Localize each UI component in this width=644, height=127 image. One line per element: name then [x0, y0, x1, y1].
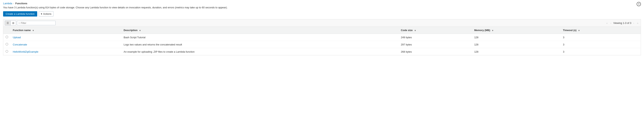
create-lambda-button[interactable]: Create a Lambda function — [3, 11, 37, 17]
table-controls-left: ☰ ⊞ ▿ — [5, 21, 56, 26]
actions-dropdown-arrow: ▾ — [41, 13, 42, 15]
col-label-function-name: Function name — [13, 29, 30, 32]
help-icon[interactable]: ? — [637, 2, 641, 6]
row-function-name-0: Upload — [10, 34, 121, 41]
row-memory-mb-0: 128 — [472, 34, 561, 41]
sort-icon-code-size: ▼ — [414, 29, 416, 32]
row-radio-2[interactable] — [6, 50, 8, 53]
table-body: Upload Bash Script Tutorial 249 bytes 12… — [3, 34, 641, 55]
row-radio-0[interactable] — [6, 36, 8, 38]
row-code-size-0: 249 bytes — [398, 34, 472, 41]
col-label-code-size: Code size — [401, 29, 413, 32]
row-function-name-2: HelloWorldZipExample — [10, 48, 121, 55]
function-name-link-0[interactable]: Upload — [13, 36, 21, 39]
col-header-timeout-s: Timeout (s) ▼ — [561, 27, 641, 34]
col-label-memory-mb: Memory (MB) — [474, 29, 490, 32]
grid-view-button[interactable]: ⊞ — [10, 21, 16, 25]
breadcrumb-lambda-link[interactable]: Lambda — [3, 2, 12, 5]
table-row: Upload Bash Script Tutorial 249 bytes 12… — [3, 34, 641, 41]
col-label-description: Description — [124, 29, 138, 32]
sort-icon-timeout-s: ▼ — [578, 29, 580, 32]
function-name-link-1[interactable]: Concatenate — [13, 43, 27, 46]
toolbar: Create a Lambda function ▾ Actions — [3, 11, 641, 17]
breadcrumb-current: Functions — [15, 2, 27, 5]
last-page-button[interactable]: » — [636, 21, 639, 25]
function-name-link-2[interactable]: HelloWorldZipExample — [13, 50, 38, 53]
grid-view-icon: ⊞ — [12, 22, 14, 25]
col-header-description: Description ▼ — [121, 27, 398, 34]
list-view-button[interactable]: ☰ — [5, 21, 10, 25]
first-page-button[interactable]: « — [606, 21, 608, 25]
pagination-text: Viewing 1-3 of 3 — [614, 22, 632, 25]
sort-icon-function-name: ▼ — [32, 29, 34, 32]
col-header-code-size: Code size ▼ — [398, 27, 472, 34]
row-timeout-s-2: 3 — [561, 48, 641, 55]
row-function-name-1: Concatenate — [10, 41, 121, 48]
actions-button-label: Actions — [43, 13, 52, 15]
filter-input[interactable] — [21, 22, 54, 25]
view-toggle: ☰ ⊞ — [5, 21, 16, 26]
table-row: Concatenate Logs two values and returns … — [3, 41, 641, 48]
row-memory-mb-2: 128 — [472, 48, 561, 55]
breadcrumb-separator: › — [13, 2, 14, 5]
col-header-memory-mb: Memory (MB) ▼ — [472, 27, 561, 34]
row-code-size-2: 268 bytes — [398, 48, 472, 55]
row-description-0: Bash Script Tutorial — [121, 34, 398, 41]
row-description-1: Logs two values and returns the concaten… — [121, 41, 398, 48]
table-header-row: Function name ▼ Description ▼ Code size … — [3, 27, 641, 34]
prev-page-button[interactable]: ‹ — [610, 21, 612, 25]
sort-icon-memory-mb: ▼ — [492, 29, 494, 32]
functions-table: Function name ▼ Description ▼ Code size … — [3, 27, 641, 55]
filter-icon: ▿ — [18, 22, 20, 25]
next-page-button[interactable]: › — [632, 21, 635, 25]
description-text: You have 3 Lambda function(s) using 814 … — [3, 6, 641, 9]
row-description-2: An example for uploading .ZIP files to c… — [121, 48, 398, 55]
table-controls: ☰ ⊞ ▿ « ‹ Viewing 1-3 of 3 › » — [3, 19, 641, 27]
select-all-header — [3, 27, 11, 34]
row-checkbox-2[interactable] — [3, 48, 11, 55]
row-checkbox-1[interactable] — [3, 41, 11, 48]
col-label-timeout-s: Timeout (s) — [563, 29, 576, 32]
row-checkbox-0[interactable] — [3, 34, 11, 41]
breadcrumb: Lambda › Functions — [3, 2, 641, 5]
table-row: HelloWorldZipExample An example for uplo… — [3, 48, 641, 55]
pagination-info: « ‹ Viewing 1-3 of 3 › » — [606, 21, 639, 25]
actions-button[interactable]: ▾ Actions — [39, 11, 54, 17]
main-page: Lambda › Functions You have 3 Lambda fun… — [0, 0, 644, 57]
sort-icon-description: ▼ — [139, 29, 141, 32]
row-code-size-1: 297 bytes — [398, 41, 472, 48]
filter-input-wrap: ▿ — [17, 21, 56, 25]
row-memory-mb-1: 128 — [472, 41, 561, 48]
row-timeout-s-0: 3 — [561, 34, 641, 41]
row-radio-1[interactable] — [6, 43, 8, 45]
list-view-icon: ☰ — [6, 22, 9, 25]
row-timeout-s-1: 3 — [561, 41, 641, 48]
col-header-function-name: Function name ▼ — [10, 27, 121, 34]
